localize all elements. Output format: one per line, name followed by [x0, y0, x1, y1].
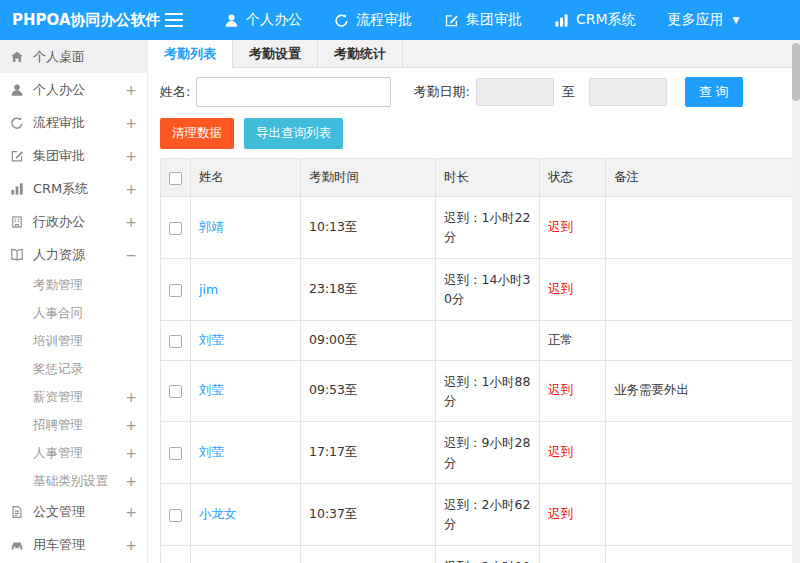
sidebar-subitem-recruitment[interactable]: 招聘管理 +: [0, 411, 147, 439]
table-header-row: 姓名 考勤时间 时长 状态 备注: [161, 159, 794, 197]
expand-icon[interactable]: +: [125, 504, 137, 520]
status-text: 迟到: [540, 484, 606, 546]
clean-data-button[interactable]: 清理数据: [160, 118, 234, 149]
sidebar-item-label: 个人办公: [33, 81, 85, 99]
tab-attendance-list[interactable]: 考勤列表: [148, 40, 233, 68]
table-row: 郭靖 10:13至 迟到：1小时22分 迟到: [161, 197, 794, 259]
table-row: 小龙女 10:37至 迟到：2小时62分 迟到: [161, 484, 794, 546]
employee-name-link[interactable]: 郭靖: [199, 219, 224, 234]
status-text: 正常: [540, 320, 606, 360]
note-text: [606, 422, 794, 484]
sidebar-item-hr[interactable]: 人力资源 −: [0, 238, 147, 271]
duration-cell: 迟到：2小时90分早退：7小时10分: [436, 545, 540, 563]
date-from-input[interactable]: [476, 78, 554, 106]
menu-toggle-button[interactable]: [148, 0, 200, 40]
top-nav: 个人办公 流程审批 集团审批 CRM系统 更多应用 ▼: [208, 0, 756, 40]
sidebar-item-personal-office[interactable]: 个人办公 +: [0, 73, 147, 106]
expand-icon[interactable]: +: [125, 537, 137, 553]
sidebar-item-label: 个人桌面: [33, 48, 85, 66]
sidebar-subitem-label: 奖惩记录: [33, 361, 83, 378]
attendance-time: 09:53至: [301, 360, 436, 422]
row-checkbox[interactable]: [169, 284, 182, 297]
edit-icon: [444, 13, 459, 28]
table-row: 刘莹 09:53至 迟到：1小时88分 迟到 业务需要外出: [161, 360, 794, 422]
vertical-scrollbar[interactable]: [792, 40, 800, 563]
attendance-time: 17:17至: [301, 422, 436, 484]
expand-icon[interactable]: +: [125, 417, 137, 433]
sidebar-item-admin-office[interactable]: 行政办公 +: [0, 205, 147, 238]
expand-icon[interactable]: +: [125, 214, 137, 230]
duration-cell: [436, 320, 540, 360]
sidebar-subitem-training[interactable]: 培训管理: [0, 327, 147, 355]
name-filter-label: 姓名:: [160, 83, 190, 101]
sidebar-item-label: 集团审批: [33, 147, 85, 165]
main-content: 考勤列表 考勤设置 考勤统计 姓名: 考勤日期: 至 查 询 清理数据 导出查询…: [148, 40, 800, 563]
select-all-checkbox[interactable]: [169, 172, 182, 185]
nav-personal-office[interactable]: 个人办公: [208, 0, 318, 40]
employee-name-link[interactable]: 小龙女: [199, 506, 237, 521]
sidebar-item-documents[interactable]: 公文管理 +: [0, 495, 147, 528]
filter-bar: 姓名: 考勤日期: 至 查 询: [148, 68, 800, 115]
row-checkbox[interactable]: [169, 335, 182, 348]
user-icon: [10, 83, 24, 97]
sidebar-item-label: 用车管理: [33, 536, 85, 554]
duration-line: 迟到：1小时22分: [444, 208, 531, 247]
nav-crm[interactable]: CRM系统: [538, 0, 652, 40]
row-checkbox[interactable]: [169, 509, 182, 522]
name-filter-input[interactable]: [196, 77, 391, 107]
date-to-label: 至: [562, 83, 575, 101]
sidebar-item-group-approval[interactable]: 集团审批 +: [0, 139, 147, 172]
expand-icon[interactable]: +: [125, 115, 137, 131]
date-to-input[interactable]: [589, 78, 667, 106]
table-row: 管理员 10:54至10:54 迟到：2小时90分早退：7小时10分 迟到/早退…: [161, 545, 794, 563]
tab-attendance-stats[interactable]: 考勤统计: [318, 40, 403, 67]
note-text: 业务需要外出: [606, 360, 794, 422]
header-duration: 时长: [436, 159, 540, 197]
duration-line: 迟到：2小时62分: [444, 495, 531, 534]
status-text: 迟到: [540, 258, 606, 320]
date-filter-label: 考勤日期:: [413, 83, 469, 101]
nav-group-approval[interactable]: 集团审批: [428, 0, 538, 40]
search-button[interactable]: 查 询: [685, 77, 743, 107]
sidebar-item-label: 公文管理: [33, 503, 85, 521]
sidebar-subitem-label: 培训管理: [33, 333, 83, 350]
attendance-time: 09:00至: [301, 320, 436, 360]
row-checkbox[interactable]: [169, 222, 182, 235]
scrollbar-thumb[interactable]: [792, 43, 800, 101]
sidebar-item-vehicle[interactable]: 用车管理 +: [0, 528, 147, 561]
sidebar-subitem-hr-contract[interactable]: 人事合同: [0, 299, 147, 327]
expand-icon[interactable]: +: [125, 82, 137, 98]
sidebar-item-label: CRM系统: [33, 180, 88, 198]
expand-icon[interactable]: +: [125, 148, 137, 164]
export-list-button[interactable]: 导出查询列表: [244, 118, 343, 149]
building-icon: [10, 215, 24, 229]
row-checkbox[interactable]: [169, 385, 182, 398]
collapse-icon[interactable]: −: [125, 247, 137, 263]
expand-icon[interactable]: +: [125, 445, 137, 461]
sidebar-subitem-personnel[interactable]: 人事管理 +: [0, 439, 147, 467]
sidebar-subitem-salary[interactable]: 薪资管理 +: [0, 383, 147, 411]
workflow-icon: [334, 13, 349, 28]
employee-name-link[interactable]: 刘莹: [199, 382, 224, 397]
table-row: jim 23:18至 迟到：14小时30分 迟到: [161, 258, 794, 320]
sidebar-item-crm[interactable]: CRM系统 +: [0, 172, 147, 205]
sidebar-item-desktop[interactable]: 个人桌面: [0, 40, 147, 73]
user-icon: [224, 13, 239, 28]
expand-icon[interactable]: +: [125, 473, 137, 489]
nav-workflow-approval[interactable]: 流程审批: [318, 0, 428, 40]
employee-name-link[interactable]: 刘莹: [199, 332, 224, 347]
sidebar-item-workflow[interactable]: 流程审批 +: [0, 106, 147, 139]
sidebar-subitem-label: 人事合同: [33, 305, 83, 322]
nav-more-apps[interactable]: 更多应用 ▼: [652, 0, 756, 40]
tab-attendance-settings[interactable]: 考勤设置: [233, 40, 318, 67]
sidebar-subitem-rewards[interactable]: 奖惩记录: [0, 355, 147, 383]
sidebar-subitem-attendance[interactable]: 考勤管理: [0, 271, 147, 299]
employee-name-link[interactable]: 刘莹: [199, 444, 224, 459]
workflow-icon: [10, 116, 24, 130]
expand-icon[interactable]: +: [125, 181, 137, 197]
employee-name-link[interactable]: jim: [199, 282, 218, 297]
expand-icon[interactable]: +: [125, 389, 137, 405]
sidebar-subitem-category-settings[interactable]: 基础类别设置 +: [0, 467, 147, 495]
row-checkbox[interactable]: [169, 447, 182, 460]
caret-down-icon: ▼: [733, 15, 740, 25]
